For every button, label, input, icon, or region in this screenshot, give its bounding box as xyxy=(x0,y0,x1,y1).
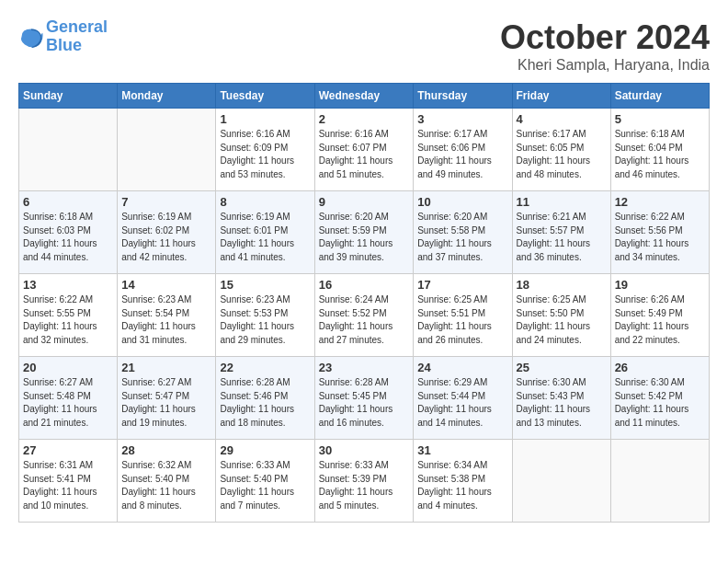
daylight-label: Daylight: 11 hours xyxy=(319,155,393,166)
day-info: Sunrise: 6:28 AM Sunset: 5:46 PM Dayligh… xyxy=(220,376,310,430)
header-sunday: Sunday xyxy=(19,84,118,109)
calendar-cell: 15 Sunrise: 6:23 AM Sunset: 5:53 PM Dayl… xyxy=(216,274,314,357)
day-number: 12 xyxy=(615,195,705,209)
sunrise-label: Sunrise: 6:29 AM xyxy=(417,377,487,387)
daylight-minutes: and 48 minutes. xyxy=(517,169,582,179)
daylight-label: Daylight: 11 hours xyxy=(517,155,591,166)
sunset-label: Sunset: 6:02 PM xyxy=(121,225,189,236)
daylight-minutes: and 32 minutes. xyxy=(23,335,88,345)
daylight-minutes: and 29 minutes. xyxy=(220,335,285,345)
sunset-label: Sunset: 6:06 PM xyxy=(417,143,485,153)
daylight-label: Daylight: 11 hours xyxy=(615,155,689,166)
sunrise-label: Sunrise: 6:18 AM xyxy=(23,212,93,222)
sunrise-label: Sunrise: 6:26 AM xyxy=(615,294,685,304)
sunrise-label: Sunrise: 6:19 AM xyxy=(121,212,191,222)
day-info: Sunrise: 6:34 AM Sunset: 5:38 PM Dayligh… xyxy=(417,459,507,512)
sunset-label: Sunset: 5:43 PM xyxy=(517,391,585,401)
sunset-label: Sunset: 6:05 PM xyxy=(517,143,585,153)
day-info: Sunrise: 6:17 AM Sunset: 6:06 PM Dayligh… xyxy=(417,128,507,181)
sunrise-label: Sunrise: 6:32 AM xyxy=(121,460,191,470)
daylight-minutes: and 7 minutes. xyxy=(220,500,280,511)
calendar-cell: 17 Sunrise: 6:25 AM Sunset: 5:51 PM Dayl… xyxy=(414,274,512,357)
sunset-label: Sunset: 5:38 PM xyxy=(417,474,485,484)
calendar-cell: 13 Sunrise: 6:22 AM Sunset: 5:55 PM Dayl… xyxy=(19,274,118,357)
calendar-cell: 11 Sunrise: 6:21 AM Sunset: 5:57 PM Dayl… xyxy=(512,191,610,274)
calendar-cell: 8 Sunrise: 6:19 AM Sunset: 6:01 PM Dayli… xyxy=(216,191,314,274)
daylight-minutes: and 51 minutes. xyxy=(319,169,384,179)
day-number: 8 xyxy=(220,195,310,209)
day-number: 11 xyxy=(517,195,607,209)
calendar-cell: 24 Sunrise: 6:29 AM Sunset: 5:44 PM Dayl… xyxy=(414,357,512,440)
calendar-cell: 2 Sunrise: 6:16 AM Sunset: 6:07 PM Dayli… xyxy=(314,109,414,191)
day-info: Sunrise: 6:31 AM Sunset: 5:41 PM Dayligh… xyxy=(23,459,113,512)
day-number: 21 xyxy=(121,361,211,374)
daylight-label: Daylight: 11 hours xyxy=(23,404,97,414)
calendar-cell: 16 Sunrise: 6:24 AM Sunset: 5:52 PM Dayl… xyxy=(314,274,414,357)
calendar-cell: 27 Sunrise: 6:31 AM Sunset: 5:41 PM Dayl… xyxy=(19,440,118,523)
daylight-label: Daylight: 11 hours xyxy=(417,155,492,166)
day-number: 28 xyxy=(121,443,211,457)
header-monday: Monday xyxy=(118,84,216,109)
logo-general: General xyxy=(46,17,108,36)
calendar-cell: 31 Sunrise: 6:34 AM Sunset: 5:38 PM Dayl… xyxy=(414,440,512,523)
day-number: 10 xyxy=(417,195,507,209)
daylight-minutes: and 39 minutes. xyxy=(319,252,384,262)
sunset-label: Sunset: 6:03 PM xyxy=(23,225,91,236)
sunrise-label: Sunrise: 6:17 AM xyxy=(417,129,487,139)
sunrise-label: Sunrise: 6:19 AM xyxy=(220,212,290,222)
sunset-label: Sunset: 6:04 PM xyxy=(615,143,683,153)
sunrise-label: Sunrise: 6:22 AM xyxy=(615,212,685,222)
sunset-label: Sunset: 5:58 PM xyxy=(417,225,485,236)
calendar-cell: 29 Sunrise: 6:33 AM Sunset: 5:40 PM Dayl… xyxy=(216,440,314,523)
daylight-minutes: and 10 minutes. xyxy=(23,500,88,511)
day-number: 1 xyxy=(220,112,310,126)
daylight-label: Daylight: 11 hours xyxy=(417,487,492,497)
page-header: General Blue October 2024 Kheri Sampla, … xyxy=(18,18,710,74)
calendar-cell: 20 Sunrise: 6:27 AM Sunset: 5:48 PM Dayl… xyxy=(19,357,118,440)
calendar-cell: 28 Sunrise: 6:32 AM Sunset: 5:40 PM Dayl… xyxy=(118,440,216,523)
daylight-label: Daylight: 11 hours xyxy=(615,238,689,248)
daylight-label: Daylight: 11 hours xyxy=(517,238,591,248)
daylight-minutes: and 16 minutes. xyxy=(319,418,384,428)
header-saturday: Saturday xyxy=(610,84,709,109)
sunset-label: Sunset: 5:46 PM xyxy=(220,391,288,401)
sunset-label: Sunset: 5:59 PM xyxy=(319,225,387,236)
day-number: 3 xyxy=(417,112,507,126)
day-info: Sunrise: 6:25 AM Sunset: 5:51 PM Dayligh… xyxy=(417,293,507,347)
calendar-cell: 9 Sunrise: 6:20 AM Sunset: 5:59 PM Dayli… xyxy=(314,191,414,274)
day-info: Sunrise: 6:30 AM Sunset: 5:42 PM Dayligh… xyxy=(615,376,705,430)
calendar-cell: 3 Sunrise: 6:17 AM Sunset: 6:06 PM Dayli… xyxy=(414,109,512,191)
daylight-minutes: and 22 minutes. xyxy=(615,335,680,345)
calendar-week-row: 13 Sunrise: 6:22 AM Sunset: 5:55 PM Dayl… xyxy=(19,274,710,357)
daylight-minutes: and 42 minutes. xyxy=(121,252,187,262)
day-info: Sunrise: 6:17 AM Sunset: 6:05 PM Dayligh… xyxy=(517,128,607,181)
daylight-label: Daylight: 11 hours xyxy=(319,321,393,331)
day-number: 19 xyxy=(615,278,705,292)
calendar-week-row: 1 Sunrise: 6:16 AM Sunset: 6:09 PM Dayli… xyxy=(19,109,710,191)
day-number: 24 xyxy=(417,361,507,374)
sunrise-label: Sunrise: 6:16 AM xyxy=(319,129,389,139)
sunset-label: Sunset: 5:45 PM xyxy=(319,391,387,401)
daylight-minutes: and 31 minutes. xyxy=(121,335,187,345)
calendar-cell: 12 Sunrise: 6:22 AM Sunset: 5:56 PM Dayl… xyxy=(610,191,709,274)
sunrise-label: Sunrise: 6:28 AM xyxy=(220,377,290,387)
sunrise-label: Sunrise: 6:22 AM xyxy=(23,294,93,304)
calendar-cell: 10 Sunrise: 6:20 AM Sunset: 5:58 PM Dayl… xyxy=(414,191,512,274)
daylight-minutes: and 41 minutes. xyxy=(220,252,285,262)
day-number: 25 xyxy=(517,361,607,374)
day-info: Sunrise: 6:21 AM Sunset: 5:57 PM Dayligh… xyxy=(517,211,607,264)
sunrise-label: Sunrise: 6:16 AM xyxy=(220,129,290,139)
daylight-label: Daylight: 11 hours xyxy=(220,155,294,166)
calendar-week-row: 20 Sunrise: 6:27 AM Sunset: 5:48 PM Dayl… xyxy=(19,357,710,440)
day-number: 30 xyxy=(319,443,410,457)
sunrise-label: Sunrise: 6:28 AM xyxy=(319,377,389,387)
calendar-cell xyxy=(610,440,709,523)
day-info: Sunrise: 6:19 AM Sunset: 6:02 PM Dayligh… xyxy=(121,211,211,264)
day-number: 18 xyxy=(517,278,607,292)
calendar-week-row: 27 Sunrise: 6:31 AM Sunset: 5:41 PM Dayl… xyxy=(19,440,710,523)
day-info: Sunrise: 6:28 AM Sunset: 5:45 PM Dayligh… xyxy=(319,376,410,430)
daylight-label: Daylight: 11 hours xyxy=(417,321,492,331)
daylight-minutes: and 37 minutes. xyxy=(417,252,483,262)
sunset-label: Sunset: 5:40 PM xyxy=(121,474,189,484)
day-number: 26 xyxy=(615,361,705,374)
